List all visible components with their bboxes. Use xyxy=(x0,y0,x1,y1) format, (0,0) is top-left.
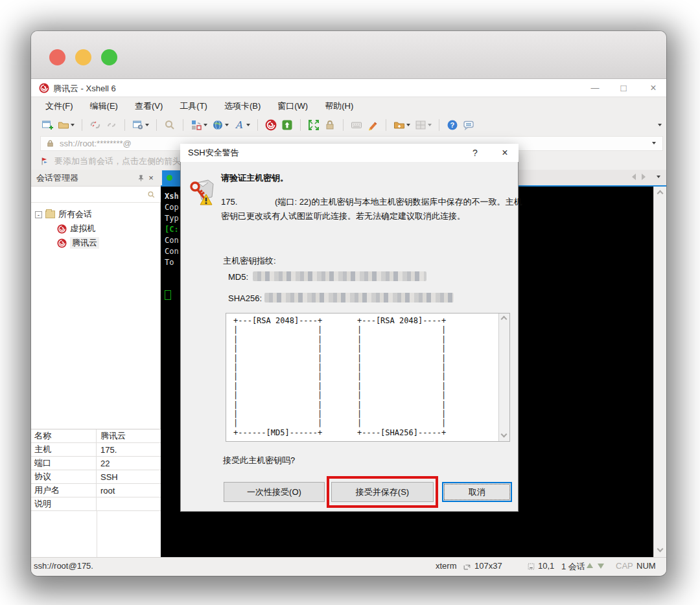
statusbar-cursor-position: 10,1 xyxy=(538,561,554,571)
terminal-cursor xyxy=(165,290,171,300)
session-properties-icon[interactable] xyxy=(132,119,149,131)
session-properties-table: 名称腾讯云 主机175. 端口22 协议SSH 用户名root 说明 xyxy=(31,429,161,557)
address-dropdown-icon[interactable] xyxy=(652,142,656,144)
prop-label: 名称 xyxy=(31,429,97,442)
tree-item-vm[interactable]: 虚拟机 xyxy=(35,222,99,236)
minimize-button[interactable]: — xyxy=(585,82,605,95)
table-row: 端口22 xyxy=(31,457,161,470)
prop-label: 说明 xyxy=(31,497,97,510)
host-key-warning-icon xyxy=(189,179,216,207)
screen-size-icon xyxy=(463,562,471,571)
prop-value: 175. xyxy=(97,445,117,455)
traffic-light-close[interactable] xyxy=(49,49,65,65)
tree-item-tencent-cloud-label: 腾讯云 xyxy=(70,237,99,249)
statusbar-caps-lock: CAP xyxy=(616,561,633,571)
tile-layout-icon xyxy=(415,119,432,131)
feedback-icon[interactable] xyxy=(463,119,474,131)
tree-root-label: 所有会话 xyxy=(58,209,92,220)
font-icon[interactable]: A xyxy=(233,119,250,131)
dialog-close-button[interactable]: × xyxy=(495,145,515,161)
xshell-tool-icon[interactable] xyxy=(265,119,277,131)
accept-once-button[interactable]: 一次性接受(O) xyxy=(224,482,325,502)
sha256-fingerprint-redacted xyxy=(264,293,454,302)
tree-item-tencent-cloud[interactable]: 腾讯云 xyxy=(35,236,99,250)
tree-expander-icon[interactable]: - xyxy=(35,211,42,218)
screenshot-canvas: 腾讯云 - Xshell 6 — □ × 文件(F) 编辑(E) 查看(V) 工… xyxy=(0,0,700,605)
tab-scroll-right-icon[interactable] xyxy=(642,174,646,180)
session-prev-icon[interactable] xyxy=(587,563,593,568)
session-tree: - 所有会话 虚拟机 腾讯云 xyxy=(35,207,99,250)
statusbar-terminal-type[interactable]: xterm xyxy=(436,561,457,571)
prop-label: 用户名 xyxy=(31,484,97,497)
reconnect-icon xyxy=(106,119,117,131)
traffic-light-minimize[interactable] xyxy=(75,49,91,65)
highlighter-icon[interactable] xyxy=(367,119,379,131)
md5-label: MD5: xyxy=(228,272,248,282)
statusbar-num-lock: NUM xyxy=(636,561,656,571)
scroll-up-icon[interactable] xyxy=(657,190,664,197)
tab-list-dropdown-icon[interactable] xyxy=(657,176,660,178)
table-row: 说明 xyxy=(31,497,161,511)
svg-text:A: A xyxy=(235,119,243,131)
session-manager-title: 会话管理器 xyxy=(36,172,137,184)
menu-window[interactable]: 窗口(W) xyxy=(277,100,308,112)
tab-scroll-left-icon[interactable] xyxy=(632,174,636,180)
session-manager-close-icon[interactable]: × xyxy=(145,173,157,183)
tree-item-vm-label: 虚拟机 xyxy=(70,223,95,234)
address-value: ssh://root:********@ xyxy=(60,139,132,148)
pin-icon[interactable] xyxy=(137,174,145,182)
sha256-label: SHA256: xyxy=(228,293,262,303)
dialog-help-button[interactable]: ? xyxy=(465,145,485,161)
prop-label: 端口 xyxy=(31,457,97,470)
scroll-down-icon[interactable] xyxy=(657,546,664,553)
menu-help[interactable]: 帮助(H) xyxy=(325,100,353,112)
menu-tools[interactable]: 工具(T) xyxy=(180,100,207,112)
new-session-icon[interactable] xyxy=(41,119,53,131)
disconnect-icon xyxy=(89,119,101,131)
menu-tabs[interactable]: 选项卡(B) xyxy=(224,100,261,112)
table-row: 主机175. xyxy=(31,443,161,457)
md5-fingerprint-redacted xyxy=(253,271,426,281)
table-row: 名称腾讯云 xyxy=(31,429,161,443)
menu-file[interactable]: 文件(F) xyxy=(45,100,73,112)
new-folder-icon[interactable] xyxy=(393,119,410,131)
maximize-button[interactable]: □ xyxy=(614,82,633,95)
tree-root-all-sessions[interactable]: - 所有会话 xyxy=(35,207,99,222)
table-row: 用户名root xyxy=(31,484,161,497)
appearance-icon[interactable] xyxy=(191,119,207,131)
encoding-globe-icon[interactable] xyxy=(212,119,229,131)
svg-text:?: ? xyxy=(450,121,455,129)
terminal-scrollbar[interactable] xyxy=(653,187,666,557)
close-button[interactable]: × xyxy=(644,82,663,95)
menu-view[interactable]: 查看(V) xyxy=(135,100,163,112)
info-bar-text: 要添加当前会话，点击左侧的箭头按 xyxy=(54,155,189,167)
lock-address-icon xyxy=(46,139,54,148)
prop-label: 协议 xyxy=(31,470,97,483)
scroll-down-icon[interactable] xyxy=(501,431,508,438)
randomart-scrollbar[interactable] xyxy=(498,314,509,441)
prop-value: SSH xyxy=(97,472,118,482)
folder-icon xyxy=(45,211,55,218)
cursor-position-icon xyxy=(527,562,535,571)
keyboard-icon xyxy=(351,119,362,131)
menu-edit[interactable]: 编辑(E) xyxy=(90,100,118,112)
fingerprint-label: 主机密钥指纹: xyxy=(223,255,276,267)
scroll-up-icon[interactable] xyxy=(501,316,508,323)
randomart-md5: +---[RSA 2048]----+ | | | | | | | | | | … xyxy=(233,316,322,437)
session-icon xyxy=(57,238,67,248)
xftp-icon[interactable] xyxy=(281,119,293,131)
session-next-icon[interactable] xyxy=(598,564,604,569)
traffic-light-zoom[interactable] xyxy=(101,49,117,65)
cancel-button[interactable]: 取消 xyxy=(442,482,512,502)
open-session-icon[interactable] xyxy=(58,119,75,131)
prop-value: 腾讯云 xyxy=(97,430,126,442)
dialog-body-text: 175. (端口: 22)的主机密钥与本地主机密钥数据库中保存的不一致。主机 密… xyxy=(221,195,522,223)
xshell-logo-icon xyxy=(39,83,49,93)
help-icon[interactable]: ? xyxy=(447,119,458,131)
fullscreen-icon[interactable] xyxy=(308,119,320,131)
highlight-annotation-box xyxy=(327,476,438,508)
find-icon xyxy=(164,119,176,131)
toolbar-overflow-icon[interactable] xyxy=(658,124,662,126)
statusbar-screen-size: 107x37 xyxy=(474,561,502,571)
session-search-input[interactable] xyxy=(31,187,161,203)
